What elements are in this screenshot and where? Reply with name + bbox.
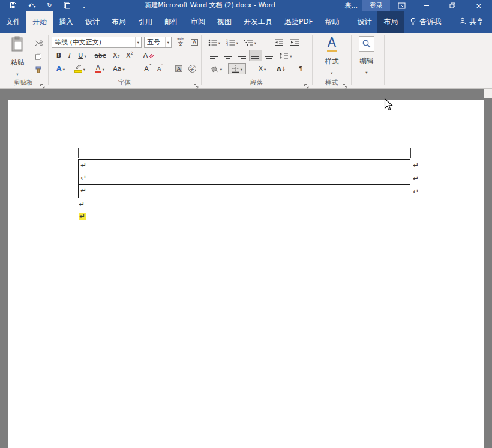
tab-file[interactable]: 文件 — [0, 11, 26, 33]
tab-home[interactable]: 开始 — [26, 11, 53, 33]
sign-in-button[interactable]: 登录 — [362, 0, 390, 11]
styles-dialog-launcher[interactable] — [342, 80, 349, 87]
document-page[interactable] — [8, 100, 484, 448]
character-border-button[interactable]: A — [188, 37, 200, 48]
tell-me-button[interactable]: 告诉我 — [404, 11, 447, 33]
save-icon[interactable] — [10, 2, 17, 9]
copy-button[interactable] — [31, 50, 46, 62]
tab-insert[interactable]: 插入 — [53, 11, 79, 33]
align-right-icon — [238, 52, 246, 59]
highlighter-icon — [74, 65, 82, 70]
copy-icon — [35, 53, 42, 60]
font-name-combo[interactable]: 等线 (中文正文) — [52, 37, 142, 48]
numbered-list-icon: 123 — [226, 39, 235, 46]
tab-view[interactable]: 视图 — [211, 11, 238, 33]
bullet-list-icon — [208, 39, 217, 46]
tab-help[interactable]: 帮助 — [319, 11, 345, 33]
cut-button[interactable] — [31, 37, 46, 49]
align-center-button[interactable] — [221, 50, 235, 61]
borders-button[interactable] — [228, 63, 246, 74]
ribbon-display-options-icon[interactable] — [390, 0, 413, 11]
tab-layout[interactable]: 布局 — [106, 11, 132, 33]
asian-layout-button[interactable]: X — [254, 63, 270, 74]
chevron-down-icon[interactable] — [135, 37, 141, 47]
strikethrough-button[interactable]: abc — [92, 50, 108, 61]
align-left-button[interactable] — [208, 50, 221, 61]
search-icon[interactable] — [359, 36, 374, 52]
grow-font-button[interactable]: A^ — [143, 63, 154, 74]
minimize-button[interactable] — [413, 0, 439, 11]
format-painter-icon — [35, 66, 42, 73]
show-hide-marks-button[interactable]: ¶ — [294, 63, 307, 74]
clear-formatting-button[interactable]: A — [140, 50, 157, 61]
clipboard-dialog-launcher[interactable] — [40, 80, 46, 87]
editing-button[interactable]: 编辑 — [353, 36, 380, 76]
font-group-label: 字体 — [48, 79, 201, 87]
paste-button[interactable]: 粘贴 — [4, 36, 31, 77]
styles-button[interactable]: A 样式 — [317, 36, 347, 76]
line-spacing-button[interactable] — [277, 50, 295, 61]
close-button[interactable] — [466, 0, 492, 11]
shading-button[interactable] — [208, 63, 224, 74]
table-row[interactable]: ↵ — [79, 185, 410, 198]
superscript-button[interactable]: X2 — [124, 50, 136, 61]
subscript-button[interactable]: X2 — [110, 50, 122, 61]
paragraph-dialog-launcher[interactable] — [304, 80, 310, 87]
touch-mode-icon[interactable] — [64, 2, 71, 9]
end-of-row-mark: ↵ — [413, 175, 419, 182]
multilevel-list-button[interactable] — [242, 37, 258, 48]
redo-icon[interactable] — [47, 2, 52, 8]
tab-mailings[interactable]: 邮件 — [158, 11, 185, 33]
highlight-color-button[interactable] — [71, 63, 89, 74]
numbering-button[interactable]: 123 — [224, 37, 240, 48]
table-row[interactable]: ↵ — [79, 160, 410, 172]
paragraph-mark: ↵ — [80, 174, 86, 181]
underline-button[interactable]: U — [74, 50, 90, 61]
distribute-icon — [265, 52, 274, 59]
align-right-button[interactable] — [235, 50, 248, 61]
increase-indent-button[interactable] — [288, 37, 301, 48]
text-effects-button[interactable]: A — [53, 63, 68, 74]
tab-references[interactable]: 引用 — [132, 11, 158, 33]
phonetic-guide-button[interactable]: wén文 — [174, 37, 187, 48]
line-spacing-icon — [279, 52, 289, 59]
contextual-gap — [345, 11, 351, 33]
enclose-characters-button[interactable]: 字 — [186, 63, 198, 74]
customize-qat-icon[interactable] — [82, 2, 86, 10]
font-color-button[interactable]: A — [91, 63, 108, 74]
tab-pdf[interactable]: 迅捷PDF — [278, 11, 319, 33]
distribute-button[interactable] — [263, 50, 276, 61]
lightbulb-icon — [410, 17, 416, 27]
bold-button[interactable]: B — [54, 50, 64, 61]
justify-button[interactable] — [249, 50, 262, 61]
table-row[interactable]: ↵ — [79, 172, 410, 185]
tab-developer[interactable]: 开发工具 — [238, 11, 278, 33]
scrollbar-top[interactable] — [484, 89, 492, 98]
bullets-button[interactable] — [206, 37, 222, 48]
restore-button[interactable] — [439, 0, 466, 11]
document-area[interactable]: ↵ ↵ ↵ ↵ ↵ ↵ ↵ ↵ — [0, 89, 492, 448]
font-size-combo[interactable]: 五号 — [144, 37, 172, 48]
italic-button[interactable]: I — [65, 50, 73, 61]
tab-design[interactable]: 设计 — [79, 11, 106, 33]
undo-icon[interactable] — [28, 2, 35, 9]
window-title: 新建Microsoft Word 文档 (2).docx - Word — [102, 0, 318, 11]
shrink-font-button[interactable]: Aˇ — [155, 63, 166, 74]
share-button[interactable]: 共享 — [453, 11, 490, 33]
tab-table-layout[interactable]: 布局 — [377, 11, 404, 33]
tab-review[interactable]: 审阅 — [185, 11, 211, 33]
sort-button[interactable]: A↓ — [274, 63, 289, 74]
tab-table-design[interactable]: 设计 — [351, 11, 377, 33]
chevron-down-icon[interactable] — [165, 37, 171, 47]
decrease-indent-button[interactable] — [272, 37, 286, 48]
scissors-icon — [35, 40, 43, 46]
document-table[interactable]: ↵ ↵ ↵ — [78, 159, 410, 198]
format-painter-button[interactable] — [31, 64, 46, 75]
character-shading-button[interactable]: A — [173, 63, 185, 74]
change-case-button[interactable]: Aa — [110, 63, 127, 74]
paragraph-mark: ↵ — [80, 162, 86, 169]
indent-icon — [290, 39, 299, 46]
table-column-boundary-mark — [410, 148, 411, 158]
font-dialog-launcher[interactable] — [193, 80, 200, 87]
svg-text:3: 3 — [226, 44, 228, 46]
